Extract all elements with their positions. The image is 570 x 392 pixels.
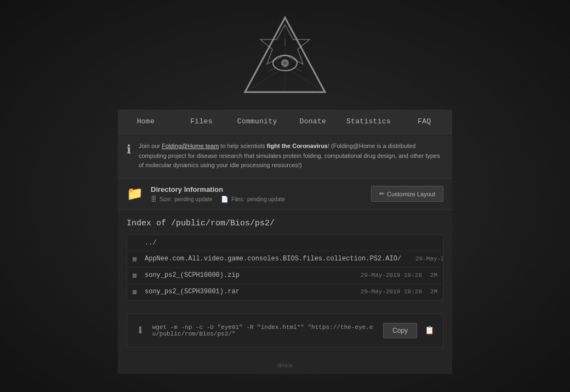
size-icon: 🗄	[151, 196, 157, 202]
nav-item-donate[interactable]: Donate	[285, 110, 341, 133]
clipboard-icon[interactable]: 📋	[425, 326, 434, 335]
size-label: Size:	[159, 196, 172, 202]
file-size: 2M	[426, 272, 437, 279]
footer: dmca	[118, 356, 452, 374]
rar-icon: ▦	[133, 288, 140, 296]
zip-icon: ▦	[133, 271, 140, 280]
files-icon: 📄	[221, 196, 229, 203]
pencil-icon: ✏	[379, 190, 384, 197]
file-list: ../ ▦ AppNee.com.All.video.game.consoles…	[127, 235, 443, 300]
nav-item-home[interactable]: Home	[118, 110, 174, 133]
directory-info: 📁 Directory Information 🗄 Size: pending …	[118, 179, 452, 210]
file-name: AppNee.com.All.video.game.consoles.BIOS.…	[145, 255, 401, 263]
nav-item-faq[interactable]: FAQ	[396, 110, 452, 133]
logo-icon	[238, 11, 332, 104]
file-date: 29-May-2019 19:28	[406, 255, 443, 262]
file-name: sony_ps2_(SCPH10000).zip	[145, 271, 346, 279]
svg-point-7	[283, 61, 287, 65]
file-date: 29-May-2019 19:28	[351, 288, 422, 295]
logo-area	[0, 0, 570, 110]
svg-line-11	[255, 82, 266, 92]
files-value: pending update	[247, 196, 285, 202]
table-row: ▦ sony_ps2_(SCPH39001).rar 29-May-2019 1…	[127, 284, 443, 300]
main-nav: Home Files Community Donate Statistics F…	[118, 110, 452, 134]
file-link[interactable]: sony_ps2_(SCPH10000).zip	[145, 271, 240, 279]
folding-link[interactable]: Folding@Home team	[162, 143, 219, 149]
dmca-link[interactable]: dmca	[278, 362, 293, 368]
folder-small-icon: ▦	[133, 255, 140, 263]
svg-line-9	[269, 68, 275, 71]
main-container: Home Files Community Donate Statistics F…	[118, 110, 452, 374]
file-date: 29-May-2019 19:28	[351, 272, 422, 279]
nav-item-statistics[interactable]: Statistics	[341, 110, 397, 133]
table-row: ../	[127, 235, 443, 251]
table-row: ▦ AppNee.com.All.video.game.consoles.BIO…	[127, 251, 443, 268]
table-row: ▦ sony_ps2_(SCPH10000).zip 29-May-2019 1…	[127, 268, 443, 284]
info-icon: ℹ	[127, 143, 131, 157]
size-value: pending update	[174, 196, 212, 202]
files-meta: 📄 Files: pending update	[221, 196, 285, 203]
info-banner: ℹ Join our Folding@Home team to help sci…	[118, 134, 452, 179]
nav-item-community[interactable]: Community	[229, 110, 285, 133]
file-size: 2M	[426, 288, 437, 295]
nav-item-files[interactable]: Files	[174, 110, 230, 133]
dir-left: 📁 Directory Information 🗄 Size: pending …	[127, 185, 285, 203]
parent-link[interactable]: ../	[145, 239, 157, 247]
file-link[interactable]: sony_ps2_(SCPH39001).rar	[145, 288, 240, 296]
download-section: ⬇ wget -m -np -c -U "eye01" -R "index.ht…	[127, 314, 443, 348]
customize-label: Customize Layout	[387, 191, 435, 197]
index-section: Index of /public/rom/Bios/ps2/ ../ ▦ App…	[118, 210, 452, 305]
svg-line-10	[295, 68, 301, 71]
files-label: Files:	[231, 196, 244, 202]
customize-layout-button[interactable]: ✏ Customize Layout	[371, 186, 443, 202]
wget-command: wget -m -np -c -U "eye01" -R "index.html…	[152, 324, 375, 337]
size-meta: 🗄 Size: pending update	[151, 196, 212, 202]
file-name: sony_ps2_(SCPH39001).rar	[145, 288, 346, 296]
file-link[interactable]: AppNee.com.All.video.game.consoles.BIOS.…	[145, 255, 401, 263]
download-icon: ⬇	[136, 322, 145, 339]
dir-meta: 🗄 Size: pending update 📄 Files: pending …	[151, 196, 285, 203]
copy-button[interactable]: Copy	[383, 323, 417, 338]
svg-line-12	[304, 82, 315, 92]
dir-details: Directory Information 🗄 Size: pending up…	[151, 185, 285, 203]
info-text: Join our Folding@Home team to help scien…	[139, 141, 443, 171]
folder-icon: 📁	[127, 186, 143, 202]
file-name: ../	[145, 239, 346, 247]
index-title: Index of /public/rom/Bios/ps2/	[127, 219, 443, 228]
dir-title: Directory Information	[151, 185, 285, 194]
